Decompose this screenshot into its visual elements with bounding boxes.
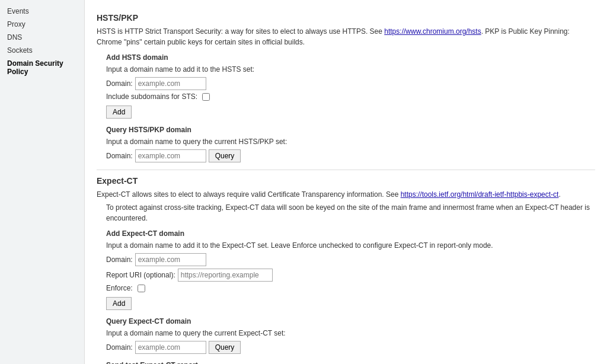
add-expect-ct-enforce-checkbox[interactable] (138, 285, 145, 292)
hsts-pkp-title: HSTS/PKP (97, 13, 595, 23)
sidebar-item-proxy[interactable]: Proxy (0, 18, 84, 31)
add-expect-ct-title: Add Expect-CT domain (106, 229, 595, 238)
test-expect-ct-title: Send test Expect-CT report (106, 361, 595, 364)
expect-ct-title: Expect-CT (97, 176, 595, 186)
query-hsts-button[interactable]: Query (209, 149, 241, 162)
add-expect-ct-description: Input a domain name to add it to the Exp… (106, 240, 595, 251)
sidebar-item-dns[interactable]: DNS (0, 31, 84, 44)
expect-ct-description: Expect-CT allows sites to elect to alway… (97, 189, 595, 200)
add-hsts-description: Input a domain name to add it to the HST… (106, 64, 595, 75)
add-expect-ct-domain-row: Domain: (106, 253, 595, 266)
add-expect-ct-domain-label: Domain: (106, 256, 133, 264)
add-hsts-domain-label: Domain: (106, 79, 133, 88)
add-hsts-domain-row: Domain: (106, 77, 595, 90)
add-hsts-title: Add HSTS domain (106, 53, 595, 62)
query-expect-ct-title: Query Expect-CT domain (106, 317, 595, 325)
add-hsts-include-checkbox[interactable] (202, 93, 210, 101)
query-expect-ct-section: Query Expect-CT domain Input a domain na… (97, 317, 595, 354)
add-expect-ct-section: Add Expect-CT domain Input a domain name… (97, 229, 595, 310)
query-expect-ct-button[interactable]: Query (209, 341, 241, 354)
add-expect-ct-report-uri-label: Report URI (optional): (106, 271, 175, 279)
hsts-pkp-description: HSTS is HTTP Strict Transport Security: … (97, 26, 595, 47)
add-expect-ct-button[interactable]: Add (106, 297, 132, 310)
expect-ct-description2: To protect against cross-site tracking, … (97, 202, 595, 223)
add-expect-ct-domain-input[interactable] (135, 253, 206, 266)
test-expect-ct-section: Send test Expect-CT report Trigger a tes… (97, 361, 595, 364)
query-hsts-domain-row: Domain: Query (106, 149, 595, 162)
query-hsts-domain-label: Domain: (106, 152, 133, 160)
query-hsts-section: Query HSTS/PKP domain Input a domain nam… (97, 126, 595, 162)
add-expect-ct-report-uri-input[interactable] (178, 269, 273, 282)
query-expect-ct-domain-row: Domain: Query (106, 341, 595, 354)
add-hsts-section: Add HSTS domain Input a domain name to a… (97, 53, 595, 119)
sidebar-item-domain-security-policy[interactable]: Domain Security Policy (0, 57, 84, 78)
sidebar: Events Proxy DNS Sockets Domain Security… (0, 0, 85, 364)
add-hsts-include-row: Include subdomains for STS: (106, 92, 595, 101)
divider-1 (97, 170, 595, 170)
main-content: HSTS/PKP HSTS is HTTP Strict Transport S… (85, 0, 607, 364)
sidebar-item-sockets[interactable]: Sockets (0, 44, 84, 57)
sidebar-item-events[interactable]: Events (0, 5, 84, 18)
expect-ct-link[interactable]: https://tools.ietf.org/html/draft-ietf-h… (401, 190, 559, 199)
add-expect-ct-enforce-row: Enforce: (106, 284, 595, 292)
add-hsts-include-label: Include subdomains for STS: (106, 92, 197, 101)
hsts-link[interactable]: https://www.chromium.org/hsts (384, 27, 481, 36)
query-hsts-domain-input[interactable] (135, 149, 206, 162)
query-expect-ct-domain-input[interactable] (135, 341, 206, 354)
query-expect-ct-domain-label: Domain: (106, 343, 133, 352)
expect-ct-section: Expect-CT Expect-CT allows sites to elec… (97, 176, 595, 364)
query-hsts-title: Query HSTS/PKP domain (106, 126, 595, 134)
hsts-pkp-section: HSTS/PKP HSTS is HTTP Strict Transport S… (97, 13, 595, 162)
add-hsts-domain-input[interactable] (135, 77, 206, 90)
add-expect-ct-enforce-label: Enforce: (106, 284, 133, 292)
query-hsts-description: Input a domain name to query the current… (106, 136, 595, 147)
add-expect-ct-report-uri-row: Report URI (optional): (106, 269, 595, 282)
query-expect-ct-description: Input a domain name to query the current… (106, 328, 595, 339)
add-hsts-button[interactable]: Add (106, 106, 132, 119)
